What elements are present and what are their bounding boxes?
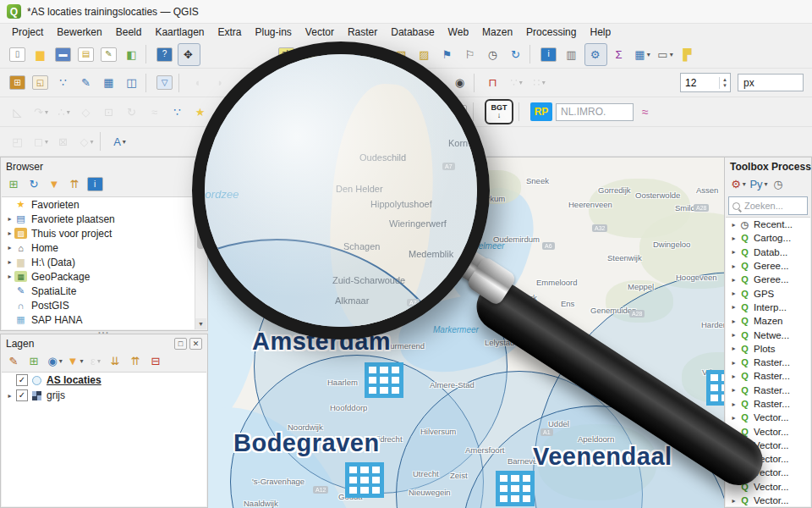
browser-tree-item[interactable]: ▸ ▤ Favoriete plaatsen	[2, 212, 206, 226]
expand-arrow-icon[interactable]: ▸	[5, 273, 14, 280]
expand-arrow-icon[interactable]: ▸	[729, 276, 738, 284]
layer-checkbox[interactable]: ✓	[16, 374, 28, 386]
map-tips-button[interactable]: ◰	[8, 131, 29, 152]
expand-arrow-icon[interactable]: ▸	[729, 497, 738, 505]
expand-arrow-icon[interactable]: ▸	[729, 386, 738, 394]
toolbox-tree-item[interactable]: ▸ Q Mazen	[726, 314, 810, 328]
add-selected-layers-button[interactable]: ⊞	[5, 175, 24, 193]
browser-tree-item[interactable]: ▸ ▨ Thuis voor project	[2, 226, 206, 240]
scroll-down-icon[interactable]: ▼	[195, 318, 206, 329]
filter-expression-button[interactable]: ε▾	[86, 352, 105, 370]
curve-tool-button[interactable]: ↷▾	[30, 102, 52, 123]
font-size-input[interactable]	[681, 76, 719, 90]
select-features-button[interactable]: ◻▾	[30, 131, 52, 152]
pan-map-button[interactable]: ✥	[178, 43, 200, 66]
collapse-all-button[interactable]: ⇈	[66, 175, 85, 193]
menu-item[interactable]: Plug-ins	[249, 25, 299, 40]
layer-name[interactable]: grijs	[47, 389, 65, 401]
menu-item[interactable]: Vector	[299, 25, 341, 40]
add-raster-layer-button[interactable]: ◱	[30, 72, 52, 93]
toolbox-tree-item[interactable]: ▸ Q Plots	[726, 342, 810, 356]
expand-arrow-icon[interactable]: ▸	[729, 303, 738, 311]
toolbox-tree-item[interactable]: ▸ Q Vector...	[726, 411, 810, 424]
data-source-manager-button[interactable]: ⊞	[8, 72, 29, 93]
sum-statistics-button[interactable]: Σ	[609, 44, 630, 65]
new-bookmark-button[interactable]: ⚑	[437, 44, 458, 65]
expand-arrow-icon[interactable]: ▸	[729, 262, 738, 270]
rotate-feature-button[interactable]: ↻	[122, 102, 143, 123]
properties-button[interactable]: i	[86, 175, 105, 193]
filter-browser-button[interactable]: ▼	[46, 175, 64, 193]
expand-arrow-icon[interactable]: ▸	[5, 244, 14, 251]
font-size-spinner[interactable]: ▲ ▼	[680, 73, 731, 92]
browser-tree-item[interactable]: ∩ PostGIS	[2, 298, 206, 312]
attribute-table-button[interactable]: ▦▾	[632, 44, 653, 65]
toolbox-tree-item[interactable]: ▸ Q Raster...	[726, 356, 810, 369]
toolbox-tree-item[interactable]: ▸ ◷ Recent...	[726, 218, 810, 231]
identify-features-button[interactable]: i	[539, 44, 560, 65]
expand-arrow-icon[interactable]: ▸	[729, 400, 738, 408]
edit-tool-button[interactable]: ◗	[211, 72, 232, 93]
new-print-layout-button[interactable]: ▤	[76, 44, 97, 65]
spinner-arrows[interactable]: ▲ ▼	[719, 77, 730, 89]
menu-item[interactable]: Kaartlagen	[148, 25, 211, 40]
expand-all-button[interactable]: ⇊	[107, 352, 125, 370]
digitize-ruler-button[interactable]: ◺	[8, 102, 29, 123]
temporal-controller-button[interactable]: ◷	[483, 44, 504, 65]
layer-row[interactable]: ✓ AS locaties	[2, 373, 206, 388]
toolbox-tree-item[interactable]: ▸ Q Raster...	[726, 397, 810, 411]
layer-row[interactable]: ▸ ✓ grijs	[2, 388, 206, 403]
expand-arrow-icon[interactable]: ▸	[729, 221, 738, 229]
zoom-full-button[interactable]: ▨	[414, 44, 436, 65]
invert-selection-button[interactable]: ◇▾	[76, 131, 97, 152]
add-group-button[interactable]: ⊞	[25, 352, 44, 370]
style-manager-button[interactable]: ◧	[122, 44, 143, 65]
filter-legend-button[interactable]: ▼▾	[66, 352, 85, 370]
browser-tree-item[interactable]: ▦ SAP HANA	[2, 312, 206, 327]
measure-button[interactable]: ▭▾	[655, 44, 676, 65]
open-project-button[interactable]: ▆	[30, 44, 52, 65]
browser-tree-item[interactable]: ★ Favorieten	[2, 197, 206, 212]
toolbox-search-box[interactable]: Zoeken...	[728, 196, 808, 215]
menu-item[interactable]: Raster	[341, 25, 384, 40]
collapse-all-button[interactable]: ⇈	[127, 352, 145, 370]
expand-arrow-icon[interactable]: ▸	[729, 373, 738, 380]
move-feature-button[interactable]: ◇	[76, 102, 97, 123]
remove-layer-button[interactable]: ⊟	[147, 352, 166, 370]
processing-toolbox-button[interactable]: ⚙	[584, 43, 607, 66]
refresh-browser-button[interactable]: ↻	[25, 175, 44, 193]
layer-checkbox[interactable]: ✓	[16, 389, 28, 401]
save-project-button[interactable]: ▬	[53, 44, 74, 65]
plot-tool-icon[interactable]: ≈	[642, 105, 649, 119]
menu-item[interactable]: Project	[5, 25, 50, 40]
expand-arrow-icon[interactable]: ▸	[729, 345, 738, 352]
toolbox-tree-item[interactable]: ▸ Q Datab...	[726, 246, 810, 259]
bgt-download-button[interactable]: BGT ↓	[485, 99, 513, 124]
add-wms-layer-button[interactable]: ◫	[122, 72, 143, 93]
add-delimited-text-button[interactable]: ∵	[53, 72, 74, 93]
edit-tool-button[interactable]: ◖	[188, 72, 209, 93]
layout-manager-button[interactable]: ✎	[99, 44, 120, 65]
add-spatialite-button[interactable]: ✎	[76, 72, 97, 93]
add-node-annotation-button[interactable]: ∵	[167, 102, 189, 123]
close-panel-button[interactable]: ✕	[189, 338, 202, 350]
add-mesh-layer-button[interactable]: ▦	[99, 72, 120, 93]
osm-place-search-button[interactable]: ◉	[450, 72, 471, 93]
menu-item[interactable]: Web	[442, 25, 475, 40]
expand-arrow-icon[interactable]: ▸	[5, 258, 14, 266]
vertex-symbol-button[interactable]: ∵▾	[506, 72, 527, 93]
browser-tree-item[interactable]: ▸ ⌂ Home	[2, 240, 206, 255]
manage-visibility-button[interactable]: ◉▾	[46, 352, 64, 370]
menu-item[interactable]: Database	[384, 25, 441, 40]
expand-arrow-icon[interactable]: ▸	[729, 235, 738, 242]
menu-item[interactable]: Help	[583, 25, 617, 40]
snapping-button[interactable]: ⊓	[483, 72, 504, 93]
toolbox-tree-item[interactable]: ▸ Q Cartog...	[726, 231, 810, 245]
deselect-button[interactable]: ⊠	[53, 131, 74, 152]
open-style-panel-button[interactable]: ✎	[5, 352, 24, 370]
menu-item[interactable]: Bewerken	[50, 25, 108, 40]
labeling-button[interactable]: A▾	[109, 131, 130, 152]
expand-arrow-icon[interactable]: ▸	[729, 318, 738, 325]
statistical-summary-button[interactable]: ▥	[562, 44, 583, 65]
toolbox-tree-item[interactable]: ▸ Q Geree...	[726, 273, 810, 286]
